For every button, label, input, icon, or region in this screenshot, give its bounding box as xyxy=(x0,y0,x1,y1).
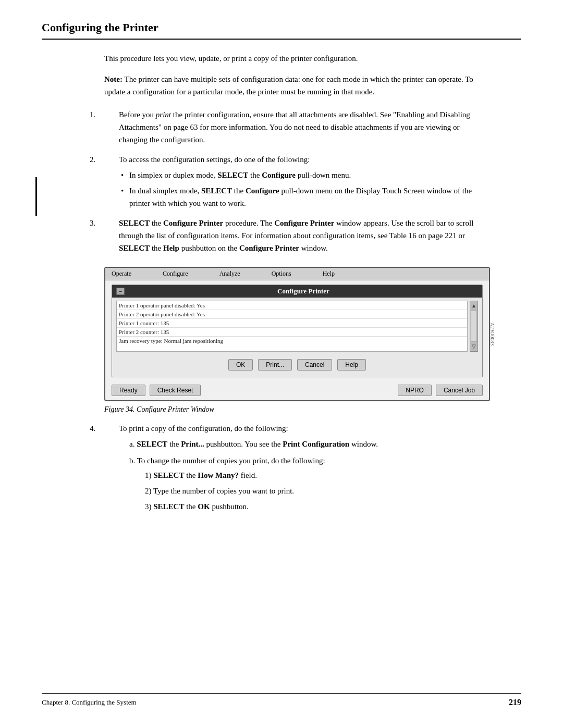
figure-list: Printer 1 operator panel disabled: Yes P… xyxy=(116,301,468,352)
figure-menubar: Operate Configure Analyze Options Help xyxy=(105,268,489,280)
step-4b-3-select: SELECT xyxy=(153,502,184,511)
figure-container: Operate Configure Analyze Options Help −… xyxy=(104,267,490,401)
step-4b-1: 1) SELECT the How Many? field. xyxy=(145,469,490,482)
step-2: 2. To access the configuration settings,… xyxy=(104,153,490,209)
step-4b-sub: 1) SELECT the How Many? field. 2) Type t… xyxy=(129,469,490,513)
print-button[interactable]: Print... xyxy=(258,359,292,371)
page-title: Configuring the Printer xyxy=(42,21,521,40)
step-4b-1-rest: field. xyxy=(241,471,257,479)
scroll-up-icon[interactable]: ▲ xyxy=(471,302,476,310)
step-3-rest1: procedure. The xyxy=(223,219,274,227)
menu-analyze[interactable]: Analyze xyxy=(219,270,240,278)
steps-list: 1. Before you print the printer configur… xyxy=(104,108,490,254)
figure-caption: Figure 34. Configure Printer Window xyxy=(104,405,490,414)
menu-options[interactable]: Options xyxy=(272,270,291,278)
figure-list-wrapper: Printer 1 operator panel disabled: Yes P… xyxy=(116,301,478,352)
menu-operate[interactable]: Operate xyxy=(112,270,131,278)
step4-list: 4. To print a copy of the configuration,… xyxy=(104,422,490,513)
step-4a-text: the xyxy=(169,440,181,448)
step-3-rest4: pushbutton on the xyxy=(179,244,239,252)
change-bar-2 xyxy=(35,205,37,216)
step-3-cp2: Configure Printer xyxy=(274,219,334,227)
figure-dialog: − Configure Printer Printer 1 operator p… xyxy=(112,285,483,377)
step-4b-2-num: 2) xyxy=(145,487,153,495)
list-item-3: Printer 1 counter: 135 xyxy=(117,319,467,328)
step-1-italic: print xyxy=(156,110,171,119)
step-3-rest3: the xyxy=(150,244,163,252)
scrollbar[interactable]: ▲ ▽ xyxy=(470,301,478,352)
step-3-select: SELECT xyxy=(119,219,150,227)
step-3-configure-printer: Configure Printer xyxy=(163,219,223,227)
step-4a-print: Print... xyxy=(181,440,204,448)
footer-right: 219 xyxy=(509,698,521,707)
footer-left: Chapter 8. Configuring the System xyxy=(42,698,137,707)
step-4b-text: To change the number of copies you print… xyxy=(137,456,325,465)
step-4b-3-ok: OK xyxy=(198,502,210,511)
step-4a-label: a. xyxy=(129,440,137,448)
step-3: 3. SELECT the Configure Printer procedur… xyxy=(104,217,490,254)
step-2-num: 2. xyxy=(90,153,95,166)
dialog-titlebar: − Configure Printer xyxy=(112,285,482,298)
step-4a-rest2: window. xyxy=(351,440,378,448)
step-4-num: 4. xyxy=(90,422,95,435)
step-4b-1-text: the xyxy=(186,471,198,479)
check-reset-button[interactable]: Check Reset xyxy=(150,385,201,396)
list-item-2: Printer 2 operator panel disabled: Yes xyxy=(117,310,467,319)
bullet-2: In dual simplex mode, SELECT the Configu… xyxy=(129,184,490,209)
step-4b-3-text: the xyxy=(186,502,198,511)
step-4b-3-rest: pushbutton. xyxy=(212,502,248,511)
dialog-buttons: OK Print... Cancel Help xyxy=(112,355,482,375)
note-block: Note: The printer can have multiple sets… xyxy=(104,73,490,98)
step-1: 1. Before you print the printer configur… xyxy=(104,108,490,146)
dialog-title: Configure Printer xyxy=(129,287,478,295)
ok-button[interactable]: OK xyxy=(228,359,253,371)
cancel-button[interactable]: Cancel xyxy=(297,359,332,371)
dialog-close-button[interactable]: − xyxy=(116,288,125,295)
npro-button[interactable]: NPRO xyxy=(398,385,432,396)
step-3-rest5: window. xyxy=(299,244,328,252)
scroll-down-icon[interactable]: ▽ xyxy=(472,343,476,350)
step-2-bullets: In simplex or duplex mode, SELECT the Co… xyxy=(119,169,490,209)
note-label: Note: xyxy=(104,75,123,83)
ready-button[interactable]: Ready xyxy=(112,385,145,396)
list-item-4: Printer 2 counter: 135 xyxy=(117,328,467,337)
step-4a-rest: pushbutton. You see the xyxy=(206,440,283,448)
step-4b-3-num: 3) xyxy=(145,502,153,511)
step-1-before: Before you xyxy=(119,110,156,119)
cancel-job-button[interactable]: Cancel Job xyxy=(436,385,483,396)
step-4b-label: b. xyxy=(129,456,137,465)
step-4b-2-text: Type the number of copies you want to pr… xyxy=(153,487,294,495)
step-4b-1-field: How Many? xyxy=(198,471,239,479)
help-button[interactable]: Help xyxy=(337,359,366,371)
step-4a-select: SELECT xyxy=(137,440,167,448)
step-3-select2: SELECT xyxy=(119,244,150,252)
bullet-1: In simplex or duplex mode, SELECT the Co… xyxy=(129,169,490,181)
menu-help[interactable]: Help xyxy=(323,270,335,278)
note-text: The printer can have multiple sets of co… xyxy=(104,75,473,96)
change-bar-1 xyxy=(35,177,37,205)
step-4b-1-num: 1) xyxy=(145,471,153,479)
step-4: 4. To print a copy of the configuration,… xyxy=(104,422,490,513)
step-2-text: To access the configuration settings, do… xyxy=(119,155,310,164)
step-1-after: the printer configuration, ensure that a… xyxy=(119,110,470,144)
step-3-num: 3. xyxy=(90,217,95,229)
footer: Chapter 8. Configuring the System 219 xyxy=(42,693,521,707)
step-3-cp3: Configure Printer xyxy=(239,244,299,252)
step-1-num: 1. xyxy=(90,108,95,121)
list-item-5: Jam recovery type: Normal jam reposition… xyxy=(117,337,467,345)
intro-text: This procedure lets you view, update, or… xyxy=(104,52,490,65)
step-3-text: the xyxy=(150,219,163,227)
step-4b: b. To change the number of copies you pr… xyxy=(129,454,490,513)
step-4a: a. SELECT the Print... pushbutton. You s… xyxy=(129,438,490,450)
step-4b-3: 3) SELECT the OK pushbutton. xyxy=(145,500,490,513)
step-4-sub: a. SELECT the Print... pushbutton. You s… xyxy=(119,438,490,513)
scroll-track[interactable] xyxy=(471,311,477,342)
step-4b-1-select: SELECT xyxy=(153,471,184,479)
step-4-text: To print a copy of the configuration, do… xyxy=(119,424,288,433)
figure-statusbar: Ready Check Reset NPRO Cancel Job xyxy=(105,381,489,400)
list-item-1: Printer 1 operator panel disabled: Yes xyxy=(117,301,467,310)
figure-ref-code: A23O0083 xyxy=(489,323,495,346)
step-4b-2: 2) Type the number of copies you want to… xyxy=(145,485,490,497)
menu-configure[interactable]: Configure xyxy=(163,270,188,278)
step-3-help: Help xyxy=(163,244,179,252)
